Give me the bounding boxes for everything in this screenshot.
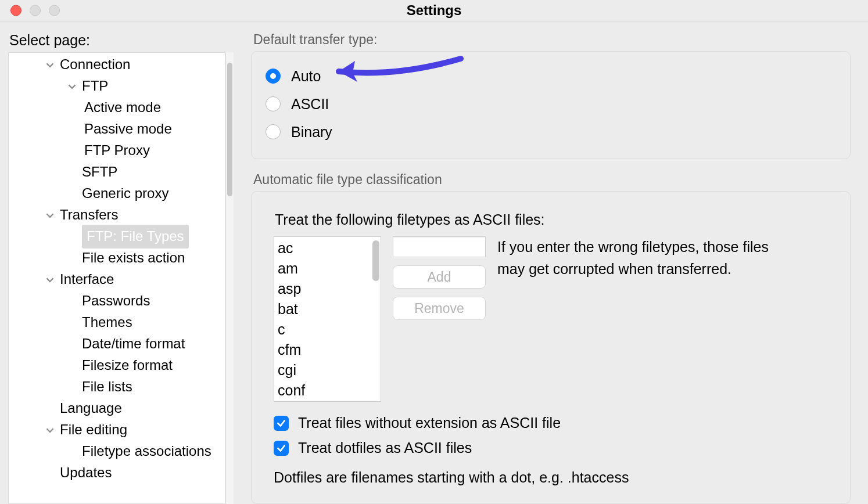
tree-label: Themes	[82, 312, 132, 333]
classification-group-title: Automatic file type classification	[253, 172, 851, 188]
tree-item-filetype-assoc[interactable]: Filetype associations	[9, 441, 225, 462]
filetypes-listbox[interactable]: ac am asp bat c cfm cgi conf	[274, 236, 381, 402]
list-item[interactable]: asp	[278, 279, 377, 299]
tree-label: Connection	[60, 54, 130, 75]
check-icon	[276, 418, 286, 429]
titlebar: Settings	[0, 0, 868, 21]
tree-item-themes[interactable]: Themes	[9, 312, 225, 333]
tree-item-passive-mode[interactable]: Passive mode	[9, 118, 225, 140]
corruption-hint: If you enter the wrong filetypes, those …	[497, 236, 799, 280]
sidebar-scrollbar[interactable]	[225, 52, 234, 504]
tree-label: File lists	[82, 376, 132, 397]
radio-binary[interactable]	[266, 124, 281, 139]
close-icon[interactable]	[10, 5, 21, 16]
remove-button[interactable]: Remove	[393, 297, 486, 320]
window-controls	[10, 5, 60, 16]
zoom-icon[interactable]	[49, 5, 60, 16]
list-item[interactable]: conf	[278, 380, 377, 401]
dotfiles-note: Dotfiles are filenames starting with a d…	[274, 469, 828, 486]
tree-item-ftp-file-types[interactable]: FTP: File Types	[9, 226, 225, 247]
list-item[interactable]: cfm	[278, 340, 377, 360]
radio-ascii-label: ASCII	[291, 96, 329, 113]
tree-item-updates[interactable]: Updates	[9, 462, 225, 484]
checkbox-dotfiles-row[interactable]: Treat dotfiles as ASCII files	[274, 440, 828, 456]
tree-item-ftp[interactable]: FTP	[9, 75, 225, 97]
tree-item-language[interactable]: Language	[9, 398, 225, 419]
tree-item-active-mode[interactable]: Active mode	[9, 97, 225, 118]
scrollbar-thumb[interactable]	[227, 63, 232, 196]
checkbox-dotfiles-label: Treat dotfiles as ASCII files	[298, 440, 472, 456]
tree-item-connection[interactable]: Connection	[9, 54, 225, 75]
list-item[interactable]: bat	[278, 299, 377, 319]
settings-tree[interactable]: Connection FTP Active mode Passive mode …	[8, 52, 225, 504]
list-item[interactable]: ac	[278, 238, 377, 258]
settings-window: Settings Select page: Connection FTP Act…	[0, 0, 868, 504]
sidebar-title: Select page:	[8, 28, 234, 52]
chevron-down-icon	[44, 59, 56, 71]
window-body: Select page: Connection FTP Active mode …	[0, 21, 868, 504]
tree-label: Language	[60, 398, 122, 419]
checkbox-noext-row[interactable]: Treat files without extension as ASCII f…	[274, 415, 828, 431]
tree-label: FTP	[82, 75, 108, 96]
radio-binary-row[interactable]: Binary	[266, 118, 836, 146]
tree-label: FTP: File Types	[82, 225, 189, 248]
tree-label: Transfers	[60, 204, 118, 225]
tree-label: Generic proxy	[82, 183, 168, 204]
tree-label: Active mode	[84, 97, 161, 118]
list-item[interactable]: c	[278, 319, 377, 340]
radio-ascii[interactable]	[266, 96, 281, 111]
radio-binary-label: Binary	[291, 124, 332, 141]
tree-item-ftp-proxy[interactable]: FTP Proxy	[9, 140, 225, 161]
chevron-down-icon	[44, 273, 56, 286]
chevron-down-icon	[44, 209, 56, 222]
add-button[interactable]: Add	[393, 265, 486, 289]
tree-label: Filesize format	[82, 355, 173, 376]
chevron-down-icon	[44, 424, 56, 437]
checkbox-noext-label: Treat files without extension as ASCII f…	[298, 415, 561, 431]
tree-label: File exists action	[82, 247, 185, 268]
tree-item-generic-proxy[interactable]: Generic proxy	[9, 183, 225, 204]
tree-item-sftp[interactable]: SFTP	[9, 161, 225, 183]
content-pane: Default transfer type: Auto ASCII Binary	[234, 21, 868, 504]
tree-label: Passwords	[82, 290, 150, 311]
check-icon	[276, 443, 286, 453]
tree-item-file-exists[interactable]: File exists action	[9, 247, 225, 269]
tree-label: SFTP	[82, 161, 117, 182]
minimize-icon[interactable]	[30, 5, 41, 16]
transfer-type-group-title: Default transfer type:	[253, 32, 851, 48]
list-item[interactable]: cgi	[278, 360, 377, 380]
tree-label: Date/time format	[82, 333, 185, 354]
radio-auto-row[interactable]: Auto	[266, 62, 836, 90]
radio-auto-label: Auto	[291, 68, 321, 85]
tree-label: Filetype associations	[82, 441, 211, 462]
listbox-scrollbar-thumb[interactable]	[372, 240, 379, 281]
tree-item-filesize-format[interactable]: Filesize format	[9, 355, 225, 376]
chevron-down-icon	[66, 80, 78, 93]
window-title: Settings	[0, 2, 868, 19]
tree-item-interface[interactable]: Interface	[9, 269, 225, 290]
tree-item-file-editing[interactable]: File editing	[9, 419, 225, 441]
filetype-input[interactable]	[393, 236, 486, 257]
transfer-type-panel: Auto ASCII Binary	[251, 51, 851, 159]
checkbox-dotfiles[interactable]	[274, 441, 289, 456]
tree-item-transfers[interactable]: Transfers	[9, 204, 225, 226]
tree-item-date-time-format[interactable]: Date/time format	[9, 333, 225, 355]
classification-instruction: Treat the following filetypes as ASCII f…	[275, 211, 828, 228]
tree-item-passwords[interactable]: Passwords	[9, 290, 225, 312]
radio-auto[interactable]	[266, 69, 281, 84]
radio-ascii-row[interactable]: ASCII	[266, 90, 836, 118]
tree-label: File editing	[60, 419, 127, 440]
sidebar: Select page: Connection FTP Active mode …	[0, 21, 234, 504]
list-item[interactable]: am	[278, 258, 377, 279]
checkbox-noext[interactable]	[274, 416, 289, 431]
tree-label: Passive mode	[84, 118, 172, 139]
tree-label: Interface	[60, 269, 114, 290]
tree-label: Updates	[60, 462, 112, 483]
tree-item-file-lists[interactable]: File lists	[9, 376, 225, 398]
classification-panel: Treat the following filetypes as ASCII f…	[251, 191, 851, 504]
tree-label: FTP Proxy	[84, 140, 150, 161]
